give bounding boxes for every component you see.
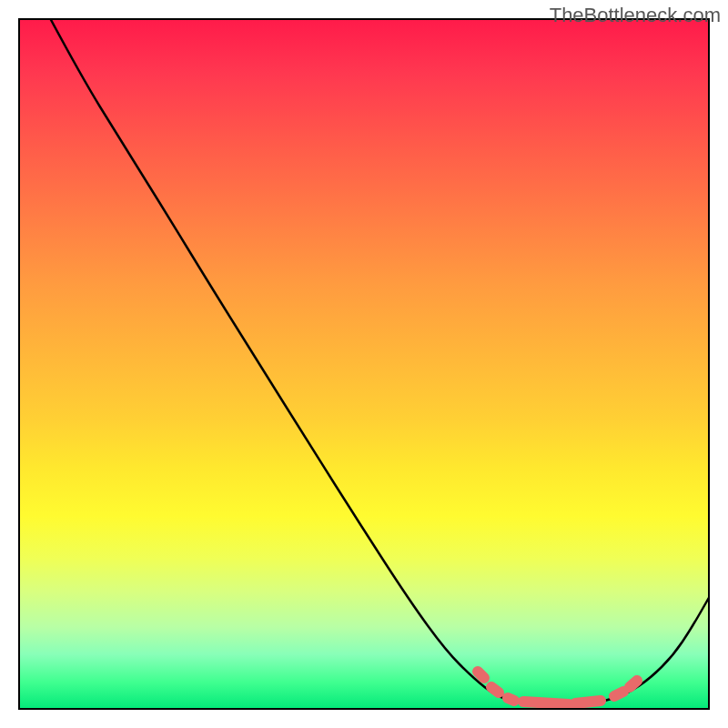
curve-svg xyxy=(18,18,710,710)
bottleneck-curve xyxy=(50,18,710,706)
chart-container: TheBottleneck.com xyxy=(0,0,728,728)
optimal-markers xyxy=(478,672,637,704)
plot-area xyxy=(18,18,710,710)
watermark-text: TheBottleneck.com xyxy=(550,4,721,27)
